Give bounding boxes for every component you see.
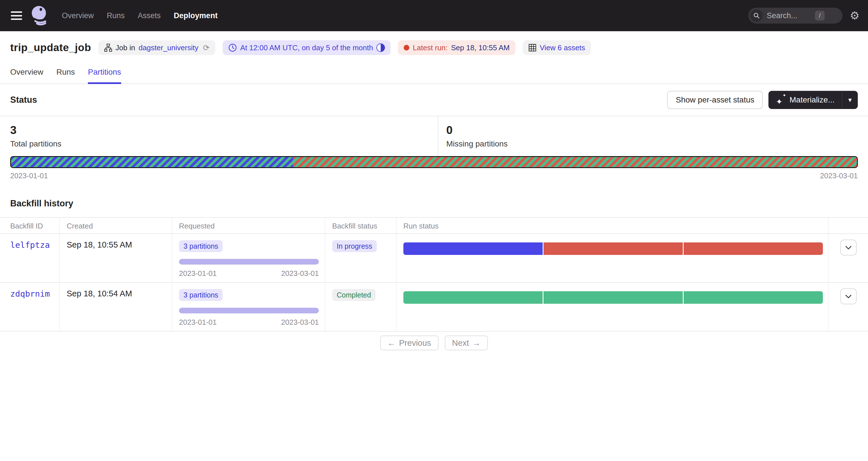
backfill-history-heading: Backfill history — [10, 198, 858, 209]
top-nav-bar: Overview Runs Assets Deployment / ⚙ — [0, 0, 868, 31]
run-status-dot-icon — [404, 45, 409, 51]
requested-range-bar — [179, 308, 319, 313]
search-icon — [750, 9, 763, 22]
settings-gear-icon[interactable]: ⚙ — [850, 10, 860, 21]
previous-page-button[interactable]: ← Previous — [380, 336, 438, 350]
nav-item-runs[interactable]: Runs — [107, 11, 125, 20]
search-input[interactable] — [767, 11, 815, 20]
expand-row-button[interactable] — [840, 239, 857, 256]
job-header: trip_update_job Job in dagster_universit… — [10, 40, 858, 55]
total-partitions-label: Total partitions — [10, 139, 428, 148]
repository-link[interactable]: dagster_university — [138, 44, 198, 52]
missing-partitions-value: 0 — [446, 124, 858, 137]
partition-range-start: 2023-01-01 — [10, 171, 48, 180]
partition-range-end: 2023-03-01 — [820, 171, 858, 180]
table-row: lelfptza Sep 18, 10:55 AM 3 partitions 2… — [0, 234, 868, 283]
col-requested: Requested — [172, 218, 326, 234]
backfill-id-link[interactable]: zdqbrnim — [10, 289, 50, 299]
asset-grid-icon — [528, 44, 536, 52]
col-backfill-id: Backfill ID — [0, 218, 60, 234]
backfill-table-header: Backfill ID Created Requested Backfill s… — [0, 218, 868, 234]
latest-run-time-link[interactable]: Sep 18, 10:55 AM — [451, 44, 510, 52]
requested-partitions-pill[interactable]: 3 partitions — [179, 240, 223, 252]
chevron-down-icon — [845, 246, 851, 250]
latest-run-label: Latest run: — [413, 44, 447, 52]
latest-run-badge: Latest run: Sep 18, 10:55 AM — [398, 40, 516, 55]
col-created: Created — [60, 218, 172, 234]
view-assets-badge: View 6 assets — [523, 40, 591, 55]
requested-range-start: 2023-01-01 — [179, 269, 217, 278]
schedule-badge: At 12:00 AM UTC, on day 5 of the month — [223, 40, 391, 55]
materialize-split-button: ✦✦ Materialize... ▾ — [769, 91, 858, 109]
partition-bar-segment-right[interactable] — [293, 157, 857, 167]
run-status-bar[interactable] — [403, 242, 823, 255]
workflow-icon — [104, 44, 112, 52]
schedule-text: At 12:00 AM UTC, on day 5 of the month — [240, 44, 373, 52]
missing-partitions-label: Missing partitions — [446, 139, 858, 148]
tab-runs[interactable]: Runs — [57, 67, 75, 84]
backfill-id-link[interactable]: lelfptza — [10, 240, 50, 250]
requested-range-end: 2023-03-01 — [281, 318, 319, 327]
hamburger-menu-icon[interactable] — [11, 11, 22, 20]
materialize-dropdown-caret[interactable]: ▾ — [842, 91, 858, 109]
job-location-badge: Job in dagster_university ⟳ — [98, 40, 215, 55]
requested-range-end: 2023-03-01 — [281, 269, 319, 278]
expand-row-button[interactable] — [840, 288, 857, 304]
view-assets-link[interactable]: View 6 assets — [540, 44, 585, 52]
nav-item-assets[interactable]: Assets — [138, 11, 161, 20]
stat-total-partitions: 3 Total partitions — [0, 116, 438, 156]
arrow-right-icon: → — [472, 338, 480, 348]
total-partitions-value: 3 — [10, 124, 428, 137]
col-run-status: Run status — [397, 218, 829, 234]
clock-icon — [228, 44, 237, 52]
status-section-header: Status Show per-asset status ✦✦ Material… — [0, 84, 868, 116]
arrow-left-icon: ← — [388, 338, 396, 348]
page-title: trip_update_job — [10, 42, 91, 54]
requested-range-start: 2023-01-01 — [179, 318, 217, 327]
pagination: ← Previous Next → — [0, 336, 868, 350]
tab-bar: Overview Runs Partitions — [0, 67, 868, 84]
chevron-down-icon — [845, 295, 851, 298]
created-timestamp: Sep 18, 10:54 AM — [67, 289, 132, 298]
col-backfill-status: Backfill status — [326, 218, 397, 234]
refresh-icon[interactable]: ⟳ — [203, 43, 209, 53]
requested-range-bar — [179, 259, 319, 265]
status-heading: Status — [10, 95, 37, 105]
stat-missing-partitions: 0 Missing partitions — [438, 116, 868, 156]
job-location-prefix: Job in — [116, 44, 135, 52]
created-timestamp: Sep 18, 10:55 AM — [67, 240, 132, 249]
run-status-bar[interactable] — [403, 291, 823, 304]
materialize-button[interactable]: ✦✦ Materialize... — [769, 91, 842, 109]
schedule-toggle[interactable] — [376, 44, 385, 52]
partition-stats: 3 Total partitions 0 Missing partitions — [0, 116, 868, 156]
search-shortcut-key: / — [815, 11, 825, 21]
nav-item-deployment[interactable]: Deployment — [174, 11, 218, 20]
partition-status-bar-section: 2023-01-01 2023-03-01 — [0, 156, 868, 180]
table-row: zdqbrnim Sep 18, 10:54 AM 3 partitions 2… — [0, 283, 868, 332]
tab-overview[interactable]: Overview — [10, 67, 43, 84]
backfill-status-badge: Completed — [332, 289, 376, 301]
requested-partitions-pill[interactable]: 3 partitions — [179, 289, 223, 301]
backfill-table: Backfill ID Created Requested Backfill s… — [0, 217, 868, 332]
partition-status-bar[interactable] — [10, 156, 858, 168]
show-per-asset-status-button[interactable]: Show per-asset status — [667, 91, 763, 109]
sparkle-icon: ✦✦ — [776, 95, 785, 105]
partition-bar-segment-left[interactable] — [11, 157, 293, 167]
tab-partitions[interactable]: Partitions — [88, 67, 121, 84]
dagster-logo-icon[interactable] — [30, 5, 49, 26]
nav-item-overview[interactable]: Overview — [62, 11, 94, 20]
backfill-status-badge: In progress — [332, 240, 377, 252]
next-page-button[interactable]: Next → — [445, 336, 488, 350]
search-box[interactable]: / — [748, 8, 842, 24]
primary-nav: Overview Runs Assets Deployment — [62, 11, 218, 20]
